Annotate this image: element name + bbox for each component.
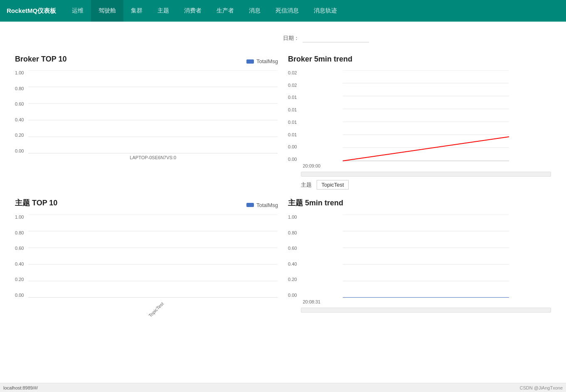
topic-top10-svg (28, 214, 278, 298)
topic-5min-x-label: 20:08:31 (301, 299, 551, 304)
broker-top10-chart-wrapper: 1.00 0.80 0.60 0.40 0.20 0.00 LAPTOP-0SE… (15, 70, 278, 160)
date-row: 日期： (283, 30, 556, 47)
svg-text:TopicTest: TopicTest (148, 301, 165, 317)
nav-xiaofeizhe[interactable]: 消费者 (177, 0, 209, 22)
broker-5min-svg (301, 70, 551, 162)
broker-top10-y-axis: 1.00 0.80 0.60 0.40 0.20 0.00 (15, 70, 25, 153)
topic-top10-x-svg: TopicTest (28, 300, 278, 317)
topic-5min-header: 主题 5min trend (288, 198, 551, 212)
broker-5min-topic-row: 主题 TopicTest (301, 180, 551, 190)
broker-5min-header: Broker 5min trend (288, 55, 551, 68)
navbar: RocketMQ仪表板 运维 驾驶舱 集群 主题 消费者 生产者 消息 死信消息… (0, 0, 566, 22)
date-label: 日期： (283, 35, 299, 42)
topic-5min-svg (301, 214, 551, 298)
nav-shengchanzhei[interactable]: 生产者 (209, 0, 241, 22)
topic-top10-title: 主题 TOP 10 (15, 198, 57, 208)
nav-xiaoxi[interactable]: 消息 (241, 0, 268, 22)
nav-xiaoxiguiji[interactable]: 消息轨迹 (306, 0, 345, 22)
topic-top10-x-label-wrapper: TopicTest (28, 300, 278, 318)
topic-5min-scrollbar[interactable] (301, 308, 551, 313)
main-content: 日期： Broker TOP 10 TotalMsg 1.00 0.80 0.6… (0, 22, 566, 330)
topic-top10-header: 主题 TOP 10 TotalMsg (15, 198, 278, 212)
broker-5min-title: Broker 5min trend (288, 55, 352, 64)
broker-top10-title: Broker TOP 10 (15, 55, 66, 64)
topic-5min-y-axis: 1.00 0.80 0.60 0.40 0.20 0.00 (288, 214, 298, 298)
nav-jiashicang[interactable]: 驾驶舱 (91, 0, 123, 22)
topic-5min-section: 主题 5min trend 1.00 0.80 0.60 0.40 0.20 0… (283, 194, 556, 322)
nav-yunwei[interactable]: 运维 (64, 0, 91, 22)
nav-zhuti[interactable]: 主题 (150, 0, 177, 22)
nav-sixinxiaoxi[interactable]: 死信消息 (268, 0, 306, 22)
broker-top10-x-label: LAPTOP-0SE6N7VS:0 (28, 155, 278, 160)
broker-top10-legend-label: TotalMsg (256, 58, 278, 64)
broker-5min-y-axis: 0.02 0.02 0.01 0.01 0.01 0.01 0.00 0.00 (288, 70, 298, 162)
broker-top10-chart-area: LAPTOP-0SE6N7VS:0 (28, 70, 278, 160)
topic-top10-legend-label: TotalMsg (256, 202, 278, 208)
broker-top10-header: Broker TOP 10 TotalMsg (15, 55, 278, 68)
topic-top10-y-axis: 1.00 0.80 0.60 0.40 0.20 0.00 (15, 214, 25, 298)
topic-top10-section: 主题 TOP 10 TotalMsg 1.00 0.80 0.60 0.40 0… (10, 194, 283, 322)
broker-top10-svg (28, 70, 278, 153)
topic-top10-chart-area: TopicTest (28, 214, 278, 318)
broker-top10-legend: TotalMsg (246, 58, 278, 64)
brand[interactable]: RocketMQ仪表板 (7, 7, 56, 15)
broker-5min-x-label: 20:09:00 (301, 163, 551, 168)
broker-5min-chart-area: 20:09:00 主题 TopicTest (301, 70, 551, 190)
topic-5min-title: 主题 5min trend (288, 198, 343, 208)
broker-top10-section: Broker TOP 10 TotalMsg 1.00 0.80 0.60 0.… (10, 51, 283, 194)
topic-top10-legend-color (246, 203, 254, 207)
broker-5min-topic-value[interactable]: TopicTest (317, 180, 348, 190)
nav-jiqun[interactable]: 集群 (123, 0, 150, 22)
broker-5min-section: Broker 5min trend 0.02 0.02 0.01 0.01 0.… (283, 51, 556, 194)
broker-5min-topic-label: 主题 (301, 181, 312, 189)
left-spacer (10, 30, 283, 51)
topic-top10-chart-wrapper: 1.00 0.80 0.60 0.40 0.20 0.00 (15, 214, 278, 318)
broker-5min-scrollbar[interactable] (301, 172, 551, 177)
broker-top10-legend-color (246, 59, 254, 64)
topic-5min-chart-area: 20:08:31 (301, 214, 551, 316)
topic-5min-chart-wrapper: 1.00 0.80 0.60 0.40 0.20 0.00 20 (288, 214, 551, 316)
date-input[interactable] (303, 34, 369, 42)
topic-top10-legend: TotalMsg (246, 202, 278, 208)
broker-5min-chart-wrapper: 0.02 0.02 0.01 0.01 0.01 0.01 0.00 0.00 (288, 70, 551, 190)
